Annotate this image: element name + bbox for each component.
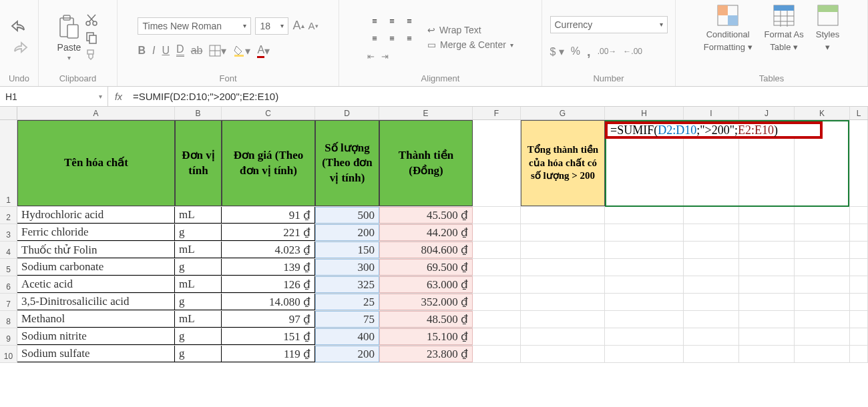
cell[interactable]: 48.500 ₫ <box>379 311 473 328</box>
cell[interactable] <box>739 242 795 258</box>
cell[interactable] <box>684 328 739 345</box>
cell[interactable]: Ferric chloride <box>17 224 175 241</box>
cell[interactable]: Thuốc thử Folin <box>17 242 175 258</box>
decrease-font-icon[interactable]: A▾ <box>308 20 318 31</box>
cell[interactable] <box>739 294 795 310</box>
row-header[interactable]: 3 <box>0 224 17 241</box>
cell[interactable]: 200 <box>315 224 379 241</box>
cell[interactable] <box>739 346 795 362</box>
formula-input[interactable]: =SUMIF(D2:D10;">200";E2:E10) <box>129 91 868 102</box>
cell[interactable] <box>473 120 521 206</box>
cell[interactable] <box>521 276 605 293</box>
cell[interactable] <box>605 259 684 276</box>
increase-indent-icon[interactable]: ⇥ <box>381 51 389 61</box>
font-color-button[interactable]: A▾ <box>257 44 270 58</box>
cell[interactable] <box>521 207 605 224</box>
cell[interactable]: 15.100 ₫ <box>379 328 473 345</box>
col-header[interactable]: F <box>473 107 521 119</box>
align-bottom-left-icon[interactable]: ≡ <box>367 31 382 46</box>
cell[interactable]: 4.023 ₫ <box>222 242 315 258</box>
cell[interactable] <box>850 328 868 345</box>
col-header[interactable]: B <box>175 107 222 119</box>
cell[interactable]: 221 ₫ <box>222 224 315 241</box>
cell[interactable]: 804.600 ₫ <box>379 242 473 258</box>
cell[interactable]: mL <box>175 311 222 328</box>
cell[interactable] <box>684 207 739 224</box>
cell[interactable]: 91 ₫ <box>222 207 315 224</box>
cell[interactable] <box>473 276 521 293</box>
strikethrough-button[interactable]: ab <box>191 45 203 57</box>
align-bottom-center-icon[interactable]: ≡ <box>385 31 399 46</box>
cell[interactable] <box>473 294 521 310</box>
cell[interactable] <box>473 311 521 328</box>
cell[interactable]: 500 <box>315 207 379 224</box>
cell[interactable] <box>684 276 739 293</box>
number-format-select[interactable]: Currency▾ <box>550 16 668 33</box>
cell[interactable]: mL <box>175 207 222 224</box>
bold-button[interactable]: B <box>138 45 146 57</box>
row-header[interactable]: 9 <box>0 328 17 345</box>
cell[interactable]: 14.080 ₫ <box>222 294 315 310</box>
cell[interactable]: 325 <box>315 276 379 293</box>
col-header[interactable]: K <box>795 107 850 119</box>
cell[interactable] <box>684 224 739 241</box>
header-cell[interactable]: Thành tiền (Đồng) <box>379 120 473 206</box>
cell[interactable] <box>605 276 684 293</box>
font-name-select[interactable]: Times New Roman▾ <box>138 17 251 35</box>
col-header[interactable]: E <box>379 107 473 119</box>
row-header[interactable]: 8 <box>0 311 17 328</box>
cell[interactable]: mL <box>175 276 222 293</box>
format-as-table-button[interactable]: Format AsTable ▾ <box>765 4 804 52</box>
cell[interactable]: Sodium carbonate <box>17 259 175 276</box>
cell[interactable] <box>521 294 605 310</box>
cell[interactable]: g <box>175 346 222 362</box>
cell[interactable] <box>795 346 850 362</box>
col-header[interactable]: H <box>605 107 684 119</box>
styles-button[interactable]: Styles▾ <box>816 4 839 52</box>
cell[interactable] <box>739 224 795 241</box>
cell[interactable]: 69.500 ₫ <box>379 259 473 276</box>
cell[interactable]: Acetic acid <box>17 276 175 293</box>
format-painter-icon[interactable] <box>85 48 98 61</box>
cell[interactable] <box>605 346 684 362</box>
cell[interactable] <box>473 346 521 362</box>
cell[interactable] <box>795 294 850 310</box>
cell[interactable] <box>605 311 684 328</box>
cell[interactable] <box>850 276 868 293</box>
cell[interactable]: 75 <box>315 311 379 328</box>
cell[interactable]: g <box>175 294 222 310</box>
cell[interactable] <box>739 328 795 345</box>
row-header[interactable]: 4 <box>0 242 17 258</box>
col-header[interactable]: L <box>850 107 868 119</box>
formula-editing-overlay[interactable]: =SUMIF(D2:D10;">200";E2:E10) <box>605 121 823 139</box>
cell[interactable]: g <box>175 224 222 241</box>
cell[interactable] <box>850 259 868 276</box>
cell[interactable] <box>850 224 868 241</box>
cell[interactable] <box>739 311 795 328</box>
summary-label-cell[interactable]: Tổng thành tiền của hóa chất có số lượng… <box>521 120 605 206</box>
cell[interactable]: mL <box>175 242 222 258</box>
cell[interactable]: 45.500 ₫ <box>379 207 473 224</box>
row-header[interactable]: 10 <box>0 346 17 362</box>
cell[interactable]: 200 <box>315 346 379 362</box>
cell[interactable]: Hydrochloric acid <box>17 207 175 224</box>
row-header[interactable]: 1 <box>0 120 17 206</box>
cell[interactable] <box>605 207 684 224</box>
align-top-right-icon[interactable]: ≡ <box>402 14 417 29</box>
wrap-text-button[interactable]: ↩ Wrap Text <box>427 25 513 35</box>
fx-icon[interactable]: fx <box>108 91 129 102</box>
cell[interactable]: 97 ₫ <box>222 311 315 328</box>
cell[interactable] <box>684 311 739 328</box>
cell[interactable]: 126 ₫ <box>222 276 315 293</box>
cell[interactable] <box>521 346 605 362</box>
align-top-left-icon[interactable]: ≡ <box>367 14 382 29</box>
cell[interactable] <box>850 311 868 328</box>
cut-icon[interactable] <box>85 13 98 27</box>
row-header[interactable]: 6 <box>0 276 17 293</box>
conditional-formatting-button[interactable]: ConditionalFormatting ▾ <box>704 4 752 52</box>
cell[interactable] <box>605 328 684 345</box>
cell[interactable] <box>473 224 521 241</box>
underline-button[interactable]: U <box>162 45 170 57</box>
cell[interactable] <box>684 346 739 362</box>
merge-center-button[interactable]: ▭ Merge & Center ▾ <box>427 39 513 50</box>
